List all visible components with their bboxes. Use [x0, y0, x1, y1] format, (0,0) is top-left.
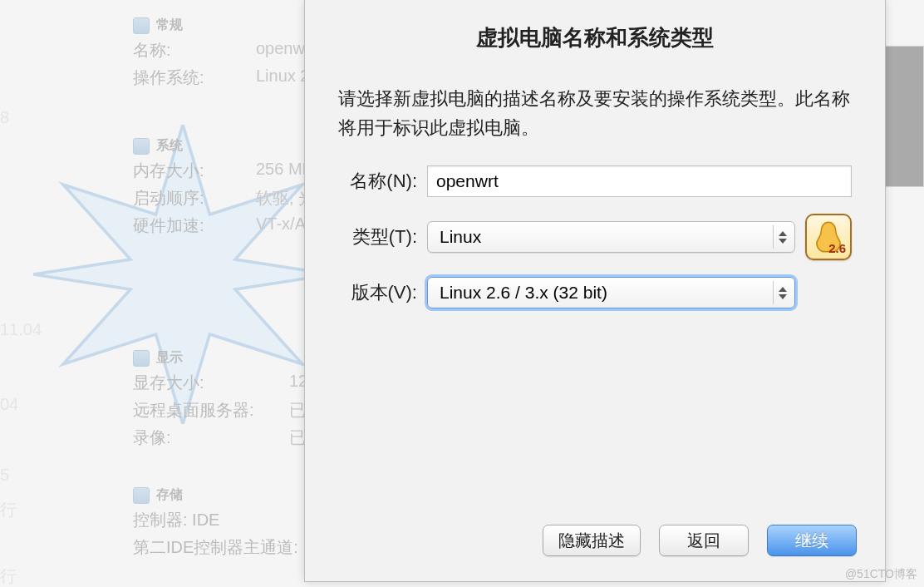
os-icon-version: 2.6	[828, 241, 846, 255]
bg-rec-k: 录像:	[133, 427, 283, 449]
continue-button[interactable]: 继续	[767, 525, 857, 556]
bg-accel-k: 硬件加速:	[133, 215, 249, 237]
row-version: 版本(V): Linux 2.6 / 3.x (32 bit)	[338, 277, 852, 308]
dialog-description: 请选择新虚拟电脑的描述名称及要安装的操作系统类型。此名称将用于标识此虚拟电脑。	[338, 84, 852, 142]
name-input[interactable]	[427, 165, 852, 197]
row-type: 类型(T): Linux 2.6	[338, 214, 852, 260]
back-button[interactable]: 返回	[659, 525, 749, 556]
bg-vram-k: 显存大小:	[133, 372, 283, 394]
bg-rdp-k: 远程桌面服务器:	[133, 399, 283, 422]
bg-os-k: 操作系统:	[133, 67, 249, 89]
bg-storage-icon	[133, 487, 150, 504]
name-label: 名称(N):	[338, 169, 417, 194]
type-select[interactable]: Linux	[427, 221, 795, 253]
new-vm-dialog: 虚拟电脑名称和系统类型 请选择新虚拟电脑的描述名称及要安装的操作系统类型。此名称…	[304, 0, 886, 582]
bg-name-k: 名称:	[133, 39, 249, 62]
bg-left6: 行	[0, 565, 17, 587]
os-type-icon: 2.6	[805, 214, 852, 260]
dialog-buttons: 隐藏描述 返回 继续	[305, 525, 885, 581]
row-name: 名称(N):	[338, 165, 852, 197]
version-label: 版本(V):	[338, 280, 417, 305]
chevron-updown-icon	[773, 225, 791, 249]
bg-left3: 04	[0, 395, 18, 414]
bg-general-hdr: 常规	[156, 17, 183, 34]
bg-left5: 行	[0, 499, 17, 521]
bg-left4: 5	[0, 466, 9, 485]
bg-mem-k: 内存大小:	[133, 160, 249, 182]
bg-left1: 8	[0, 108, 9, 127]
bg-system-hdr: 系统	[156, 137, 183, 155]
bg-general-icon	[133, 17, 150, 34]
version-select[interactable]: Linux 2.6 / 3.x (32 bit)	[427, 277, 795, 308]
type-select-value: Linux	[440, 227, 481, 247]
bg-display-hdr: 显示	[156, 349, 183, 367]
type-label: 类型(T):	[338, 224, 417, 249]
bg-system-icon	[133, 138, 150, 155]
bg-storage-hdr: 存储	[156, 486, 183, 504]
starburst-decoration	[33, 125, 332, 424]
bg-display-icon	[133, 350, 150, 367]
bg-left2: 11.04	[0, 320, 42, 339]
svg-marker-0	[33, 125, 332, 424]
dialog-body: 请选择新虚拟电脑的描述名称及要安装的操作系统类型。此名称将用于标识此虚拟电脑。 …	[305, 67, 885, 525]
dialog-title: 虚拟电脑名称和系统类型	[305, 0, 885, 67]
hide-description-button[interactable]: 隐藏描述	[543, 525, 641, 556]
version-select-value: Linux 2.6 / 3.x (32 bit)	[440, 283, 607, 303]
bg-ctrl: 控制器: IDE	[133, 509, 219, 531]
chevron-updown-icon	[773, 281, 791, 304]
bg-boot-k: 启动顺序:	[133, 187, 249, 210]
watermark: @51CTO博客	[845, 567, 917, 582]
